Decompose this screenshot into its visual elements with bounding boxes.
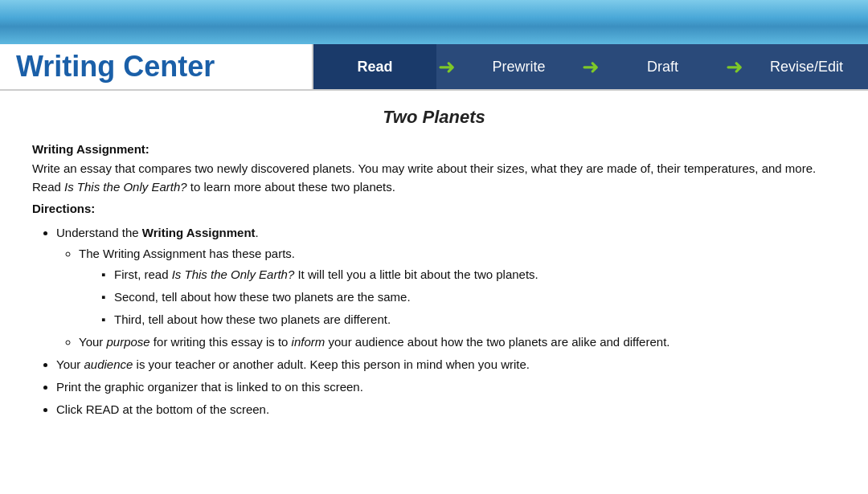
writing-assignment-label: Writing Assignment: [32, 142, 836, 156]
page-title: Two Planets [32, 107, 836, 128]
sub-list-1: The Writing Assignment has these parts. … [79, 244, 836, 352]
directions-label: Directions: [32, 202, 836, 215]
writing-assignment-bold: Writing Assignment [142, 226, 256, 239]
writing-center-title: Writing Center [16, 50, 215, 84]
list-item-graphic-organizer: Print the graphic organizer that is link… [56, 378, 836, 397]
tab-revise-edit[interactable]: Revise/Edit [745, 44, 868, 89]
assignment-text-part2: to learn more about these two planets. [187, 180, 395, 194]
nav-tabs: Read ➜ Prewrite ➜ Draft ➜ Revise/Edit [313, 44, 868, 89]
arrow-2: ➜ [580, 44, 601, 89]
tab-draft[interactable]: Draft [601, 44, 724, 89]
arrow-3: ➜ [724, 44, 745, 89]
assignment-text-italic: Is This the Only Earth? [64, 180, 187, 194]
sub-sub-item-third: Third, tell about how these two planets … [101, 310, 836, 329]
header-row: Writing Center Read ➜ Prewrite ➜ Draft ➜… [0, 44, 868, 91]
sub-sub-item-first: First, read Is This the Only Earth? It w… [101, 265, 836, 284]
tab-read[interactable]: Read [313, 44, 436, 89]
main-bullet-list: Understand the Writing Assignment. The W… [56, 223, 836, 419]
list-item-understand: Understand the Writing Assignment. The W… [56, 223, 836, 352]
sub-item-parts: The Writing Assignment has these parts. … [79, 244, 836, 329]
writing-center-title-container: Writing Center [0, 44, 313, 89]
list-item-click-read: Click READ at the bottom of the screen. [56, 400, 836, 419]
main-content: Two Planets Writing Assignment: Write an… [0, 91, 868, 439]
sub-item-purpose: Your purpose for writing this essay is t… [79, 333, 836, 352]
tab-prewrite[interactable]: Prewrite [457, 44, 580, 89]
list-item-audience: Your audience is your teacher or another… [56, 355, 836, 374]
top-banner [0, 0, 868, 44]
assignment-text: Write an essay that compares two newly d… [32, 159, 836, 197]
sub-sub-list-1: First, read Is This the Only Earth? It w… [101, 265, 836, 329]
arrow-1: ➜ [436, 44, 457, 89]
sub-sub-item-second: Second, tell about how these two planets… [101, 288, 836, 307]
